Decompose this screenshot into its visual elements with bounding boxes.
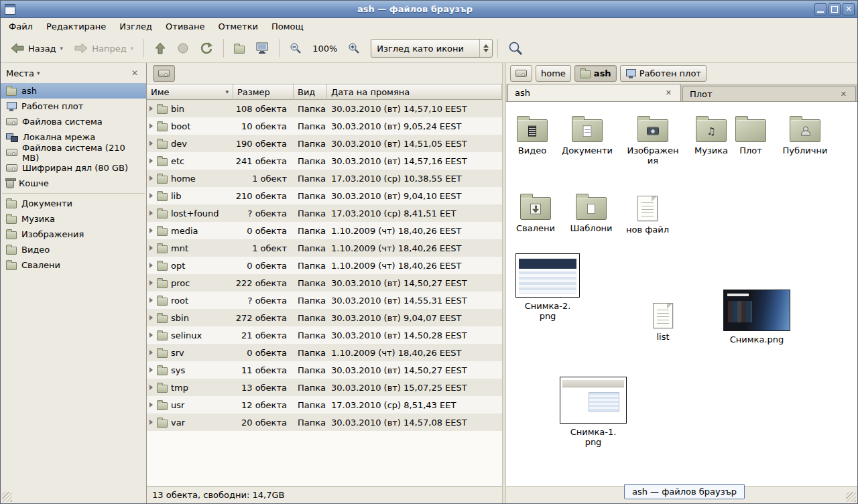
table-row[interactable]: dev190 обектаПапка30.03.2010 (вт) 14,51,… [147, 135, 502, 152]
icon-view-item[interactable]: list [634, 300, 692, 342]
table-row[interactable]: srv0 обектаПапка1.10.2009 (чт) 18,40,26 … [147, 344, 502, 361]
table-row[interactable]: root? обектаПапка30.03.2010 (вт) 14,55,3… [147, 292, 502, 309]
path-button-2[interactable]: ash [574, 65, 617, 82]
tab-close-icon[interactable]: ✕ [839, 90, 849, 99]
table-row[interactable]: selinux21 обектаПапка30.03.2010 (вт) 14,… [147, 326, 502, 344]
sidebar-caret-icon[interactable]: ▾ [37, 70, 40, 76]
zoom-in-button[interactable] [343, 38, 365, 59]
back-button[interactable]: Назад ▾ [5, 38, 68, 59]
home-button[interactable] [229, 38, 250, 59]
search-button[interactable] [503, 38, 528, 59]
expander-icon[interactable] [149, 367, 153, 373]
sidebar-item[interactable]: Музика [1, 211, 146, 227]
expander-icon[interactable] [149, 106, 153, 111]
table-row[interactable]: opt0 обектаПапка1.10.2009 (чт) 18,40,26 … [147, 257, 502, 274]
table-row[interactable]: sys11 обектаПапка30.03.2010 (вт) 14,50,2… [147, 361, 502, 379]
expander-icon[interactable] [149, 298, 153, 303]
expander-icon[interactable] [149, 193, 153, 198]
icon-view-item[interactable]: нов файл [619, 193, 676, 235]
tab-1[interactable]: Плот✕ [682, 86, 856, 101]
resize-grip-right[interactable] [846, 492, 856, 502]
sidebar-item[interactable]: Видео [1, 242, 146, 257]
menu-item-4[interactable]: Отметки [211, 19, 264, 34]
path-button-1[interactable]: home [536, 65, 571, 82]
sidebar-item[interactable]: Свалени [1, 257, 146, 273]
sidebar-close-icon[interactable]: ✕ [129, 68, 141, 78]
table-row[interactable]: sbin272 обектаПапка30.03.2010 (вт) 9,04,… [147, 309, 502, 326]
icon-view-item[interactable]: Публични [776, 114, 834, 155]
computer-button[interactable] [250, 38, 274, 59]
table-row[interactable]: lost+found? обектаПапка17.03.2010 (ср) 8… [147, 204, 502, 222]
path-button-3[interactable]: Работен плот [620, 65, 707, 82]
expander-icon[interactable] [149, 228, 153, 233]
maximize-button[interactable] [829, 3, 841, 15]
sidebar-item[interactable]: Шифриран дял (80 GB) [1, 160, 146, 176]
icon-view-item[interactable]: Видео [506, 114, 561, 155]
table-row[interactable]: tmp13 обектаПапка30.03.2010 (вт) 15,07,2… [147, 379, 502, 396]
expander-icon[interactable] [149, 315, 153, 320]
expander-icon[interactable] [149, 245, 153, 251]
column-header-2[interactable]: Вид [294, 84, 327, 100]
sidebar-item[interactable]: Файлова система (210 MB) [1, 145, 146, 160]
table-row[interactable]: proc222 обектаПапка30.03.2010 (вт) 14,50… [147, 274, 502, 292]
menu-item-1[interactable]: Редактиране [40, 19, 113, 34]
table-row[interactable]: bin108 обектаПапка30.03.2010 (вт) 14,57,… [147, 100, 502, 117]
menu-item-0[interactable]: Файл [2, 19, 40, 34]
forward-button[interactable]: Напред ▾ [68, 38, 139, 59]
expander-icon[interactable] [149, 141, 153, 146]
expander-icon[interactable] [149, 263, 153, 268]
icon-view-item[interactable]: Плот [727, 114, 774, 155]
sidebar-item[interactable]: ash [1, 83, 146, 99]
menu-item-5[interactable]: Помощ [265, 19, 310, 34]
view-mode-select[interactable]: Изглед като икони [371, 39, 493, 58]
icon-view-item[interactable]: Изображен ия [624, 114, 682, 166]
icon-view-item[interactable]: Документи [558, 114, 616, 155]
expander-icon[interactable] [149, 350, 153, 355]
resize-grip-left[interactable] [2, 492, 12, 502]
sidebar-item[interactable]: Кошче [1, 176, 146, 191]
column-header-3[interactable]: Дата на промяна [327, 84, 502, 100]
icon-view[interactable]: ВидеоДокументиИзображен ияМузикаПлотПубл… [506, 102, 857, 486]
expander-icon[interactable] [149, 385, 153, 390]
column-header-0[interactable]: Име▾ [147, 84, 233, 100]
expander-icon[interactable] [149, 402, 153, 407]
tab-close-icon[interactable]: ✕ [664, 88, 674, 97]
icon-view-item[interactable]: Снимка-2. png [514, 253, 581, 321]
sidebar-item[interactable]: Изображения [1, 227, 146, 242]
expander-icon[interactable] [149, 332, 153, 338]
expander-icon[interactable] [149, 420, 153, 425]
close-button[interactable]: ✕ [843, 3, 855, 15]
stop-button[interactable] [172, 38, 194, 59]
column-header-1[interactable]: Размер [233, 84, 294, 100]
icon-view-item[interactable]: Снимка-1. png [558, 377, 628, 447]
table-row[interactable]: media0 обектаПапка1.10.2009 (чт) 18,40,2… [147, 222, 502, 239]
zoom-out-button[interactable] [284, 38, 307, 59]
sidebar-title[interactable]: Места [6, 68, 34, 78]
table-row[interactable]: lib210 обектаПапка30.03.2010 (вт) 9,04,1… [147, 187, 502, 204]
path-button-0[interactable] [510, 65, 532, 82]
tab-0[interactable]: ash✕ [507, 84, 681, 101]
titlebar[interactable]: ash — файлов браузър ✕ [1, 1, 857, 18]
table-row[interactable]: var20 обектаПапка30.03.2010 (вт) 14,57,0… [147, 414, 502, 431]
table-row[interactable]: boot10 обектаПапка30.03.2010 (вт) 9,05,2… [147, 117, 502, 135]
expander-icon[interactable] [149, 176, 153, 181]
expander-icon[interactable] [149, 158, 153, 164]
minimize-button[interactable] [814, 3, 826, 15]
menu-item-2[interactable]: Изглед [113, 19, 159, 34]
expander-icon[interactable] [149, 280, 153, 286]
back-dropdown-icon[interactable]: ▾ [60, 45, 64, 52]
table-row[interactable]: usr12 обектаПапка17.03.2010 (ср) 8,51,43… [147, 396, 502, 414]
up-button[interactable] [149, 38, 172, 59]
expander-icon[interactable] [149, 123, 153, 129]
sidebar-item[interactable]: Работен плот [1, 99, 146, 114]
forward-dropdown-icon[interactable]: ▾ [131, 45, 134, 52]
view-mode-stepper[interactable] [479, 40, 492, 57]
table-row[interactable]: mnt1 обектПапка1.10.2009 (чт) 18,40,26 E… [147, 239, 502, 257]
sidebar-item[interactable]: Файлова система [1, 114, 146, 129]
reload-button[interactable] [194, 38, 219, 59]
table-row[interactable]: home1 обектПапка17.03.2010 (ср) 10,38,55… [147, 170, 502, 187]
icon-view-item[interactable]: Шаблони [562, 192, 620, 233]
icon-view-item[interactable]: Свалени [507, 192, 564, 233]
sidebar-item[interactable]: Документи [1, 196, 146, 211]
menu-item-3[interactable]: Отиване [159, 19, 211, 34]
